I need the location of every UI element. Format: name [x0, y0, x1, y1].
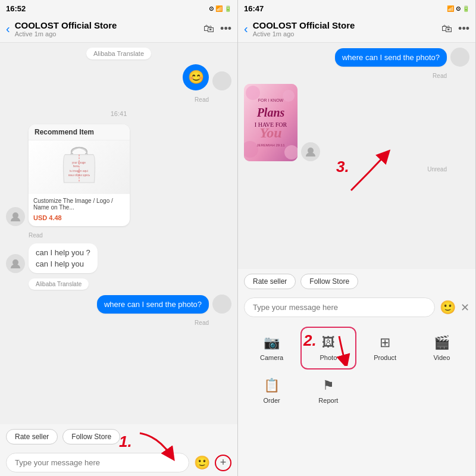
left-chat-area: Alibaba Translate 😊 Read 16:41 Recommend… — [0, 43, 237, 424]
left-out-msg: where can I send the photo? — [6, 295, 231, 314]
right-header-info: COOLOST Official Store Active 1m ago — [253, 20, 437, 37]
svg-text:tu imagen aqui: tu imagen aqui — [70, 170, 88, 173]
left-out-bubble: where can I send the photo? — [97, 295, 209, 314]
photo-label: Photo — [320, 354, 337, 361]
left-rate-seller-button[interactable]: Rate seller — [6, 429, 58, 444]
left-out-read: Read — [6, 320, 231, 326]
right-product-button[interactable]: ⊞ Product — [358, 327, 413, 369]
right-store-title: COOLOST Official Store — [253, 20, 437, 30]
right-camera-button[interactable]: 📷 Camera — [244, 327, 299, 369]
svg-text:your image: your image — [72, 161, 86, 164]
right-report-button[interactable]: ⚑ Report — [300, 371, 356, 411]
left-more-icon[interactable]: ••• — [220, 23, 231, 35]
right-rate-seller-button[interactable]: Rate seller — [244, 274, 296, 289]
left-header: ‹ COOLOST Official Store Active 1m ago 🛍… — [0, 17, 237, 43]
right-store-icon[interactable]: 🛍 — [441, 23, 452, 35]
left-recommend-header: Recommend Item — [29, 124, 130, 140]
left-emoji-bubble: 😊 — [183, 64, 209, 90]
svg-text:FOR I KNOW: FOR I KNOW — [258, 98, 284, 102]
left-help-line2: can I help you — [36, 259, 90, 268]
left-quick-actions: Rate seller Follow Store — [0, 424, 237, 449]
left-follow-store-button[interactable]: Follow Store — [62, 429, 120, 444]
right-out-bubble: where can I send the photo? — [335, 48, 447, 67]
right-grid-actions: 📷 Camera 🖼 Photo ⊞ Product 🎬 Video 📋 Ord… — [238, 321, 475, 417]
svg-point-11 — [283, 90, 295, 102]
right-header-icons: 🛍 ••• — [441, 23, 469, 35]
right-message-input[interactable] — [244, 298, 435, 317]
left-store-avatar-multi — [6, 254, 25, 273]
left-emoji-msg: 😊 — [6, 64, 231, 90]
left-multi-bubble: can I help you ? can I help you — [29, 243, 98, 273]
right-more-icon[interactable]: ••• — [458, 23, 469, 35]
left-user-avatar-out — [212, 295, 231, 314]
right-quick-actions: Rate seller Follow Store — [238, 269, 475, 294]
right-out-read: Read — [244, 73, 469, 79]
left-back-button[interactable]: ‹ — [6, 22, 10, 36]
right-product-img-row: FOR I KNOW Plans I HAVE FOR You JEREMIAH… — [244, 84, 469, 161]
left-time-divider: 16:41 — [6, 110, 231, 117]
left-header-info: COOLOST Official Store Active 1m ago — [15, 20, 199, 37]
order-icon: 📋 — [264, 378, 280, 393]
right-panel: 16:47 📶 ⊙ 🔋 ‹ COOLOST Official Store Act… — [238, 0, 476, 476]
left-recommend-row: Recommend Item your image here tu imagen… — [6, 124, 231, 226]
left-active-status: Active 1m ago — [15, 30, 199, 37]
left-help-line1: can I help you ? — [36, 248, 90, 257]
left-header-icons: 🛍 ••• — [203, 23, 231, 35]
left-recommend-read: Read — [6, 232, 231, 239]
right-emoji-button[interactable]: 🙂 — [440, 300, 456, 315]
left-time: 16:52 — [6, 4, 26, 13]
left-recommend-image: your image here tu imagen aqui ваш образ… — [29, 140, 130, 194]
right-order-button[interactable]: 📋 Order — [244, 371, 299, 411]
svg-text:JEREMIAH 29:11: JEREMIAH 29:11 — [256, 143, 285, 147]
left-emoji-read: Read — [6, 96, 231, 103]
left-store-icon[interactable]: 🛍 — [203, 23, 214, 35]
left-status-bar: 16:52 ⊙ 📶 🔋 — [0, 0, 237, 17]
left-emoji-button[interactable]: 🙂 — [194, 455, 210, 471]
svg-text:here: here — [73, 165, 79, 168]
product-icon: ⊞ — [380, 335, 390, 350]
video-label: Video — [433, 354, 450, 361]
left-message-input[interactable] — [6, 453, 189, 472]
left-plus-button[interactable]: + — [215, 455, 231, 471]
svg-text:You: You — [259, 125, 281, 140]
left-store-title: COOLOST Official Store — [15, 20, 199, 30]
left-translate-pill2[interactable]: Alibaba Translate — [29, 278, 89, 290]
right-product-image: FOR I KNOW Plans I HAVE FOR You JEREMIAH… — [244, 84, 298, 161]
right-back-button[interactable]: ‹ — [244, 22, 248, 36]
report-label: Report — [318, 397, 338, 404]
left-translate-pill[interactable]: Alibaba Translate — [86, 48, 151, 60]
right-out-msg: where can I send the photo? — [244, 48, 469, 67]
right-input-row: 🙂 ✕ — [238, 294, 475, 321]
left-multi-msg: can I help you ? can I help you — [6, 243, 231, 273]
left-panel: 16:52 ⊙ 📶 🔋 ‹ COOLOST Official Store Act… — [0, 0, 238, 476]
left-recommend-card[interactable]: Recommend Item your image here tu imagen… — [29, 124, 130, 226]
report-icon: ⚑ — [322, 378, 334, 393]
left-input-row: 🙂 + — [0, 449, 237, 476]
right-active-status: Active 1m ago — [253, 30, 437, 37]
right-status-icons: 📶 ⊙ 🔋 — [447, 5, 469, 12]
right-close-button[interactable]: ✕ — [461, 301, 469, 314]
right-status-bar: 16:47 📶 ⊙ 🔋 — [238, 0, 475, 17]
order-label: Order — [264, 397, 280, 404]
left-recommend-desc: Customize The Image / Logo / Name on The… — [29, 194, 130, 214]
svg-text:ваш образ здесь: ваш образ здесь — [68, 174, 90, 177]
left-status-icons: ⊙ 📶 🔋 — [209, 5, 231, 12]
photo-icon: 🖼 — [322, 335, 335, 350]
right-user-avatar — [450, 48, 469, 67]
camera-icon: 📷 — [264, 335, 280, 350]
video-icon: 🎬 — [434, 335, 450, 350]
left-user-avatar — [212, 71, 231, 90]
svg-text:Plans: Plans — [256, 106, 285, 119]
camera-label: Camera — [260, 354, 283, 361]
right-time: 16:47 — [244, 4, 264, 13]
right-follow-store-button[interactable]: Follow Store — [300, 274, 358, 289]
product-label: Product — [374, 354, 396, 361]
right-photo-button[interactable]: 🖼 Photo — [300, 327, 356, 369]
right-store-avatar-img — [301, 142, 320, 161]
right-chat-area: where can I send the photo? Read — [238, 43, 475, 269]
right-img-unread: Unread — [244, 166, 469, 173]
left-store-avatar-recommend — [6, 207, 25, 226]
right-video-button[interactable]: 🎬 Video — [414, 327, 469, 369]
right-header: ‹ COOLOST Official Store Active 1m ago 🛍… — [238, 17, 475, 43]
left-recommend-price: USD 4.48 — [29, 214, 130, 226]
